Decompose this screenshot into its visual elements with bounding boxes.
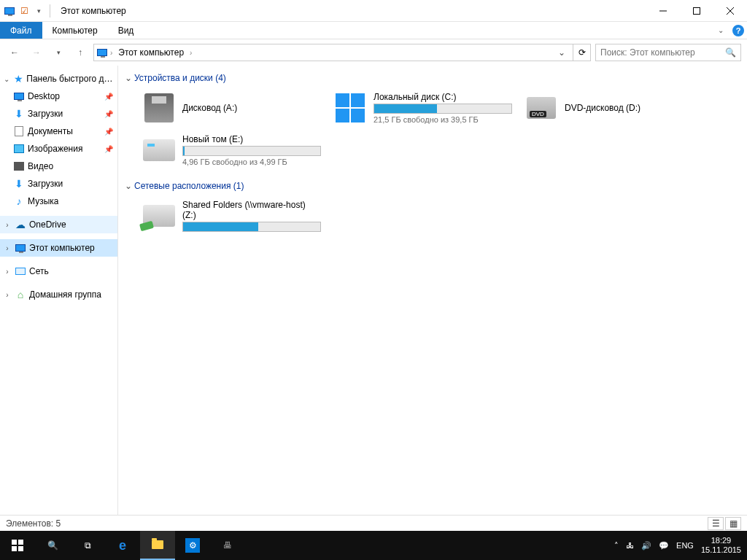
taskbar-search-button[interactable]: 🔍: [35, 531, 70, 560]
taskbar-app[interactable]: 🖶: [210, 531, 245, 560]
chevron-right-icon[interactable]: ›: [3, 244, 12, 252]
refresh-button[interactable]: ⟳: [573, 44, 591, 61]
recent-dropdown-icon[interactable]: ▾: [50, 44, 67, 61]
address-dropdown-icon[interactable]: ⌄: [554, 47, 570, 58]
taskbar-settings[interactable]: ⚙: [175, 531, 210, 560]
sidebar-item-label: Сеть: [29, 266, 49, 276]
task-view-button[interactable]: ⧉: [70, 531, 105, 560]
svg-rect-5: [18, 540, 23, 545]
sidebar-quick-access[interactable]: ⌄ ★ Панель быстрого доступа: [0, 70, 117, 88]
chevron-right-icon[interactable]: ›: [3, 221, 12, 229]
drive-label: Shared Folders (\\vmware-host) (Z:): [182, 200, 321, 220]
tab-file[interactable]: Файл: [0, 22, 42, 39]
sidebar-this-pc[interactable]: ›Этот компьютер: [0, 239, 117, 257]
sidebar-item-downloads[interactable]: ⬇Загрузки📌: [0, 105, 117, 122]
tray-clock[interactable]: 18:29 15.11.2015: [701, 536, 741, 555]
group-network-locations[interactable]: ⌄ Сетевые расположения (1): [123, 178, 747, 194]
folder-icon: [152, 540, 163, 549]
tray-date: 15.11.2015: [701, 545, 741, 555]
view-tiles-button[interactable]: ▦: [725, 517, 741, 530]
video-icon: [14, 162, 24, 171]
tray-network-icon[interactable]: 🖧: [626, 541, 634, 550]
group-title: Устройства и диски (4): [134, 73, 226, 83]
drive-local-c[interactable]: Локальный диск (C:) 21,5 ГБ свободно из …: [331, 88, 514, 128]
tray-show-hidden-icon[interactable]: ˄: [614, 541, 619, 551]
sidebar-item-label: Документы: [28, 126, 73, 136]
chevron-right-icon[interactable]: ›: [110, 49, 112, 57]
search-input[interactable]: [600, 47, 725, 58]
sidebar-network[interactable]: ›Сеть: [0, 262, 117, 280]
minimize-button[interactable]: [646, 0, 680, 22]
sidebar-item-pictures[interactable]: Изображения📌: [0, 140, 117, 158]
sidebar-item-video[interactable]: Видео: [0, 158, 117, 175]
sidebar-item-desktop[interactable]: Desktop📌: [0, 88, 117, 105]
sidebar-item-label: Этот компьютер: [29, 243, 95, 253]
pin-icon: 📌: [104, 145, 113, 153]
back-button[interactable]: ←: [6, 44, 23, 61]
music-icon: ♪: [13, 195, 25, 207]
chevron-right-icon[interactable]: ›: [3, 291, 12, 299]
chevron-right-icon[interactable]: ›: [3, 268, 12, 276]
svg-rect-7: [18, 546, 23, 551]
tab-computer[interactable]: Компьютер: [42, 22, 108, 39]
ribbon-expand-icon[interactable]: ⌄: [712, 22, 729, 39]
forward-button[interactable]: →: [28, 44, 45, 61]
drive-floppy-a[interactable]: Дисковод (A:): [140, 88, 322, 128]
sidebar-item-downloads-2[interactable]: ⬇Загрузки: [0, 175, 117, 192]
view-details-button[interactable]: ☰: [708, 517, 724, 530]
sidebar-item-label: Видео: [28, 161, 53, 171]
address-bar[interactable]: › Этот компьютер › ⌄: [93, 44, 573, 61]
drive-label: Новый том (E:): [182, 134, 321, 144]
qa-properties-icon[interactable]: ☑: [18, 4, 31, 18]
drive-usage-bar: [182, 146, 321, 156]
drive-label: Локальный диск (C:): [374, 92, 512, 102]
search-box[interactable]: 🔍: [595, 44, 741, 61]
address-icon: [97, 49, 107, 56]
start-button[interactable]: [0, 531, 35, 560]
tray-language[interactable]: ENG: [676, 541, 694, 550]
chevron-down-icon[interactable]: ⌄: [123, 181, 134, 191]
nav-row: ← → ▾ ↑ › Этот компьютер › ⌄ ⟳ 🔍: [0, 39, 747, 66]
sidebar-onedrive[interactable]: ›☁OneDrive: [0, 216, 117, 233]
tray-volume-icon[interactable]: 🔊: [641, 541, 651, 551]
pin-icon: 📌: [104, 110, 113, 118]
pin-icon: 📌: [104, 93, 113, 101]
windows-drive-icon: [336, 93, 365, 122]
breadcrumb[interactable]: Этот компьютер: [115, 47, 187, 58]
search-icon[interactable]: 🔍: [725, 47, 736, 58]
content-pane: ⌄ Устройства и диски (4) Дисковод (A:) Л…: [118, 66, 747, 515]
drive-volume-e[interactable]: Новый том (E:) 4,96 ГБ свободно из 4,99 …: [140, 130, 322, 171]
sidebar-homegroup[interactable]: ›⌂Домашняя группа: [0, 286, 117, 303]
sidebar-item-label: Музыка: [28, 196, 58, 206]
maximize-button[interactable]: [680, 0, 713, 22]
tray-time: 18:29: [701, 536, 741, 545]
qa-dropdown-icon[interactable]: ▾: [32, 4, 45, 18]
taskbar-explorer[interactable]: [140, 531, 175, 560]
chevron-down-icon[interactable]: ⌄: [123, 73, 134, 83]
chevron-right-icon[interactable]: ›: [190, 49, 192, 57]
taskbar-edge[interactable]: e: [105, 531, 140, 560]
drive-label: Дисковод (A:): [182, 103, 321, 113]
svg-rect-1: [694, 7, 700, 14]
sidebar-item-label: Панель быстрого доступа: [26, 74, 117, 84]
drive-dvd-d[interactable]: DVD-дисковод (D:): [522, 88, 705, 128]
tray-notifications-icon[interactable]: 💬: [659, 541, 669, 551]
pin-icon: 📌: [104, 128, 113, 136]
network-icon: [15, 268, 26, 275]
sidebar-item-label: Desktop: [28, 91, 60, 101]
sidebar-item-documents[interactable]: Документы📌: [0, 122, 117, 140]
app-icon: [3, 4, 16, 18]
up-button[interactable]: ↑: [71, 44, 89, 61]
taskbar: 🔍 ⧉ e ⚙ 🖶 ˄ 🖧 🔊 💬 ENG 18:29 15.11.2015: [0, 531, 747, 560]
drive-usage-bar: [374, 104, 512, 114]
close-button[interactable]: [713, 0, 747, 22]
sidebar-item-music[interactable]: ♪Музыка: [0, 192, 117, 210]
chevron-down-icon[interactable]: ⌄: [3, 75, 10, 83]
ribbon-tabs: Файл Компьютер Вид ⌄ ?: [0, 22, 747, 39]
drive-network-z[interactable]: Shared Folders (\\vmware-host) (Z:): [140, 195, 322, 236]
group-title: Сетевые расположения (1): [134, 181, 244, 191]
help-button[interactable]: ?: [729, 22, 747, 39]
tab-view[interactable]: Вид: [108, 22, 144, 39]
downloads-icon: ⬇: [13, 178, 25, 190]
group-devices[interactable]: ⌄ Устройства и диски (4): [123, 70, 747, 86]
